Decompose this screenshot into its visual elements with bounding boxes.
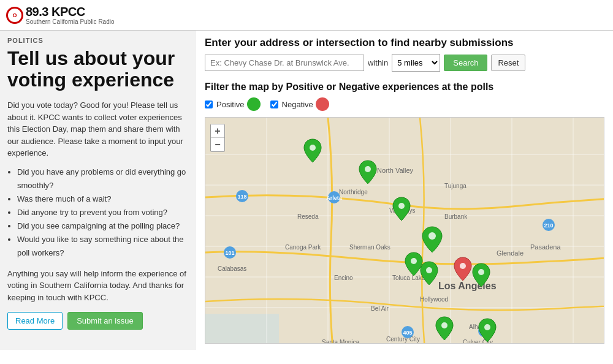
- section-label: POLITICS: [7, 37, 189, 44]
- zoom-in-button[interactable]: +: [211, 124, 224, 138]
- address-title: Enter your address or intersection to fi…: [205, 37, 604, 49]
- search-bar: within 5 miles10 miles25 miles Search Re…: [205, 54, 604, 72]
- bullet-list: Did you have any problems or did everyth…: [17, 165, 189, 260]
- logo-circle-icon: O: [6, 7, 23, 24]
- intro-text: Did you vote today? Good for you! Please…: [7, 99, 189, 159]
- svg-text:Los Angeles: Los Angeles: [438, 281, 497, 291]
- page-title: Tell us about your voting experience: [7, 48, 189, 91]
- svg-point-52: [411, 258, 417, 264]
- svg-text:Canoga Park: Canoga Park: [285, 244, 321, 251]
- svg-point-49: [365, 166, 371, 172]
- svg-text:Toluca Lake: Toluca Lake: [392, 275, 425, 281]
- zoom-controls: + −: [210, 124, 225, 152]
- svg-text:405: 405: [403, 330, 412, 336]
- read-more-button[interactable]: Read More: [7, 312, 63, 330]
- miles-select[interactable]: 5 miles10 miles25 miles: [392, 54, 440, 72]
- svg-text:Calabasas: Calabasas: [218, 265, 246, 272]
- negative-dot-icon: [316, 97, 329, 111]
- filter-positive-label: Positive: [216, 100, 245, 109]
- svg-text:Arleta: Arleta: [326, 195, 343, 201]
- filter-negative-item[interactable]: Negative: [270, 97, 329, 111]
- svg-text:Burbank: Burbank: [444, 213, 468, 220]
- svg-point-56: [441, 322, 447, 328]
- map-svg: Los Angeles North Valley Tujunga Northri…: [205, 118, 604, 343]
- svg-text:Glendale: Glendale: [497, 249, 524, 257]
- submit-issue-button[interactable]: Submit an issue: [67, 312, 143, 330]
- logo-o: O: [12, 12, 17, 18]
- svg-text:North Valley: North Valley: [377, 167, 414, 174]
- svg-text:Sherman Oaks: Sherman Oaks: [349, 244, 390, 251]
- svg-rect-1: [205, 314, 279, 343]
- svg-point-50: [398, 203, 405, 209]
- bullet-item: Did anyone try to prevent you from votin…: [17, 206, 189, 219]
- bullet-item: Did you see campaigning at the polling p…: [17, 219, 189, 233]
- svg-text:Pasadena: Pasadena: [530, 243, 561, 251]
- bullet-item: Was there much of a wait?: [17, 192, 189, 206]
- svg-text:101: 101: [225, 250, 234, 256]
- logo-station: 89.3 KPCC: [26, 5, 115, 18]
- logo-subtitle: Southern California Public Radio: [26, 18, 115, 25]
- svg-point-55: [478, 269, 484, 275]
- svg-text:Tujunga: Tujunga: [444, 183, 466, 189]
- svg-point-54: [460, 263, 466, 269]
- svg-text:Reseda: Reseda: [297, 213, 319, 220]
- svg-point-48: [310, 145, 316, 151]
- map-container: Los Angeles North Valley Tujunga Northri…: [205, 117, 604, 344]
- svg-text:Encino: Encino: [334, 275, 353, 281]
- filter-negative-checkbox[interactable]: [270, 100, 278, 108]
- svg-text:210: 210: [544, 222, 553, 229]
- right-column: Enter your address or intersection to fi…: [196, 31, 613, 350]
- logo-text: 89.3 KPCC Southern California Public Rad…: [26, 5, 115, 25]
- positive-dot-icon: [247, 97, 261, 111]
- svg-point-57: [484, 324, 490, 330]
- address-input[interactable]: [205, 55, 364, 71]
- filter-title: Filter the map by Positive or Negative e…: [205, 82, 604, 93]
- svg-text:Northridge: Northridge: [339, 189, 368, 195]
- filter-positive-checkbox[interactable]: [205, 100, 213, 108]
- zoom-out-button[interactable]: −: [211, 138, 224, 151]
- search-button[interactable]: Search: [444, 55, 487, 71]
- svg-text:Bel Air: Bel Air: [371, 305, 389, 312]
- main-content: POLITICS Tell us about your voting exper…: [0, 31, 613, 350]
- svg-point-51: [428, 232, 436, 240]
- within-label: within: [368, 58, 388, 67]
- reset-button[interactable]: Reset: [491, 55, 525, 71]
- left-column: POLITICS Tell us about your voting exper…: [0, 31, 196, 350]
- svg-text:Century City: Century City: [386, 336, 420, 343]
- filter-positive-item[interactable]: Positive: [205, 97, 261, 111]
- filter-negative-label: Negative: [282, 100, 313, 109]
- svg-text:Santa Monica: Santa Monica: [322, 339, 360, 343]
- header: O 89.3 KPCC Southern California Public R…: [0, 0, 613, 31]
- bullet-item: Would you like to say something nice abo…: [17, 233, 189, 260]
- svg-point-53: [426, 267, 432, 273]
- action-buttons: Read More Submit an issue: [7, 312, 189, 330]
- svg-text:Hollywood: Hollywood: [420, 296, 448, 303]
- outro-text: Anything you say will help inform the ex…: [7, 268, 189, 304]
- filter-bar: Positive Negative: [205, 97, 604, 111]
- svg-text:118: 118: [237, 194, 246, 200]
- bullet-item: Did you have any problems or did everyth…: [17, 165, 189, 192]
